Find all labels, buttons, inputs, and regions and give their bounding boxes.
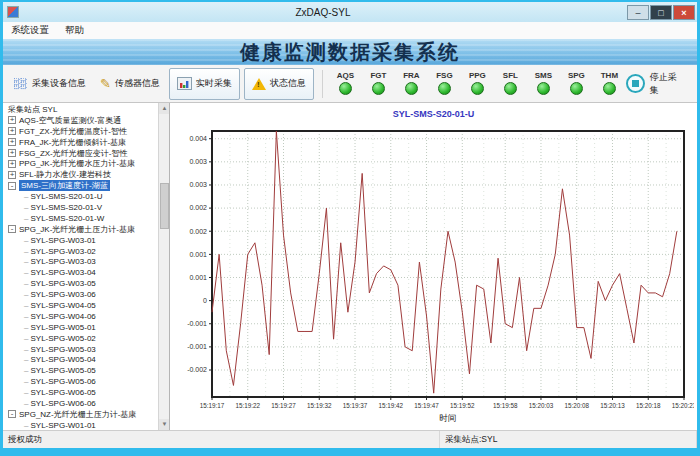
- tree-item[interactable]: +SFL-静力水准仪-建岩科技: [4, 169, 157, 180]
- collapse-minus-icon[interactable]: -: [8, 225, 16, 233]
- stop-capture-button[interactable]: 停止采集: [626, 71, 693, 97]
- tree-item[interactable]: –SYL-SPG-W03-02: [4, 246, 157, 257]
- scroll-up-icon[interactable]: ▲: [159, 103, 170, 114]
- tree-connector: –: [24, 366, 28, 375]
- collapse-minus-icon[interactable]: -: [8, 410, 16, 418]
- svg-text:0.002: 0.002: [189, 228, 207, 235]
- tree-item[interactable]: –SYL-SMS-S20-01-U: [4, 191, 157, 202]
- status-auth-message: 授权成功: [3, 431, 440, 448]
- svg-text:15:19:27: 15:19:27: [271, 402, 296, 409]
- tree-connector: –: [24, 203, 28, 212]
- tree-item[interactable]: +FSG_ZX-光纤光栅应变计-智性: [4, 148, 157, 159]
- window-controls: – □ ×: [627, 5, 695, 20]
- svg-text:15:20:03: 15:20:03: [529, 402, 554, 409]
- tree-item[interactable]: –SYL-SPG-W05-06: [4, 376, 157, 387]
- realtime-chart-icon: [177, 77, 192, 90]
- tree-item[interactable]: +AQS-空气质量监测仪-富奥通: [4, 115, 157, 126]
- expand-plus-icon[interactable]: +: [8, 116, 16, 124]
- tree-item[interactable]: –SYL-SPG-W03-01: [4, 235, 157, 246]
- collect-device-info-button[interactable]: 采集设备信息: [7, 69, 93, 99]
- tree-connector: –: [24, 345, 28, 354]
- tree-item[interactable]: –SYL-SMS-S20-01-V: [4, 202, 157, 213]
- tree-item[interactable]: –SYL-SPG-W03-03: [4, 256, 157, 267]
- scrollbar-thumb[interactable]: [160, 183, 169, 229]
- status-bar: 授权成功 采集站点:SYL: [3, 430, 697, 448]
- indicator-label: SPG: [568, 72, 585, 80]
- realtime-line-chart: 0.0040.0030.0030.0020.0020.0010.0010-0.0…: [170, 123, 694, 429]
- tree-item-label: SYL-SPG-W03-02: [30, 247, 95, 256]
- tree-item[interactable]: –SYL-SPG-W06-05: [4, 387, 157, 398]
- tree-item[interactable]: –SYL-SPG-W05-04: [4, 354, 157, 365]
- status-light-icon: [570, 82, 583, 95]
- indicator-fgt: FGT: [362, 72, 395, 95]
- tree-item[interactable]: –SYL-SPG-W05-05: [4, 365, 157, 376]
- tree-item[interactable]: –SYL-SPG-W05-02: [4, 333, 157, 344]
- minimize-button[interactable]: –: [627, 5, 649, 20]
- realtime-capture-button[interactable]: 实时采集: [169, 68, 240, 100]
- tree-connector: –: [24, 399, 28, 408]
- status-light-icon: [471, 82, 484, 95]
- tree-item-label: SYL-SMS-S20-01-U: [30, 192, 102, 201]
- tree-item[interactable]: +PPG_JK-光纤光栅水压力计-基康: [4, 158, 157, 169]
- expand-plus-icon[interactable]: +: [8, 127, 16, 135]
- expand-plus-icon[interactable]: +: [8, 160, 16, 168]
- tree-item[interactable]: –SYL-SPG-W05-03: [4, 344, 157, 355]
- tree-scrollbar[interactable]: ▲ ▼: [158, 103, 169, 430]
- tree-item[interactable]: +FGT_ZX-光纤光栅温度计-智性: [4, 126, 157, 137]
- indicator-label: THM: [601, 72, 618, 80]
- tree-item[interactable]: –SYL-SPG-W03-06: [4, 289, 157, 300]
- tree-item[interactable]: –SYL-SPG-W05-01: [4, 322, 157, 333]
- tree-connector: –: [24, 334, 28, 343]
- tree-item[interactable]: +FRA_JK-光纤光栅倾斜计-基康: [4, 137, 157, 148]
- indicator-label: FRA: [403, 72, 419, 80]
- toolbar-button-label: 传感器信息: [115, 77, 160, 90]
- indicator-label: FGT: [370, 72, 386, 80]
- tree-connector: –: [24, 421, 28, 429]
- tree-item[interactable]: –SYL-SPG-W04-05: [4, 300, 157, 311]
- tree-item[interactable]: –SYL-SPG-W06-06: [4, 398, 157, 409]
- tree-item-label: SYL-SPG-W06-06: [30, 399, 95, 408]
- tree-item-label: SYL-SPG-W03-06: [30, 290, 95, 299]
- tree-connector: –: [24, 323, 28, 332]
- tree-item[interactable]: -SMS-三向加速度计-湖蓝: [4, 180, 157, 191]
- tree-item[interactable]: –SYL-SPG-W04-06: [4, 311, 157, 322]
- close-button[interactable]: ×: [673, 5, 695, 20]
- menu-item-help[interactable]: 帮助: [57, 22, 92, 39]
- svg-text:15:19:42: 15:19:42: [379, 402, 404, 409]
- tree-item[interactable]: –SYL-SPG-W01-01: [4, 420, 157, 429]
- tree-item[interactable]: 采集站点 SYL: [4, 104, 157, 115]
- tree-item[interactable]: -SPG_NZ-光纤光栅土压力计-基康: [4, 409, 157, 420]
- scroll-down-icon[interactable]: ▼: [159, 419, 170, 430]
- expand-plus-icon[interactable]: +: [8, 138, 16, 146]
- status-station: 采集站点:SYL: [440, 431, 697, 448]
- svg-text:15:19:32: 15:19:32: [307, 402, 332, 409]
- expand-plus-icon[interactable]: +: [8, 149, 16, 157]
- expand-plus-icon[interactable]: +: [8, 171, 16, 179]
- sensor-info-button[interactable]: ✎传感器信息: [93, 69, 167, 99]
- app-window: ZxDAQ-SYL – □ × 系统设置帮助 健康监测数据采集系统 采集设备信息…: [0, 0, 700, 456]
- page-title: 健康监测数据采集系统: [240, 42, 460, 62]
- svg-text:0: 0: [203, 297, 207, 304]
- status-info-button[interactable]: !状态信息: [244, 68, 314, 100]
- app-icon: [7, 6, 19, 18]
- menu-item-system-settings[interactable]: 系统设置: [3, 22, 57, 39]
- device-list-icon: [14, 78, 28, 90]
- tree-item[interactable]: –SYL-SPG-W03-04: [4, 267, 157, 278]
- tree-item[interactable]: -SPG_JK-光纤光栅土压力计-基康: [4, 224, 157, 235]
- tree-item[interactable]: –SYL-SMS-S20-01-W: [4, 213, 157, 224]
- status-light-icon: [504, 82, 517, 95]
- header-banner: 健康监测数据采集系统: [3, 39, 697, 65]
- tree-connector: –: [24, 257, 28, 266]
- svg-text:0.003: 0.003: [189, 181, 207, 188]
- status-light-icon: [405, 82, 418, 95]
- tree-item-label: SPG_JK-光纤光栅土压力计-基康: [19, 224, 135, 235]
- svg-text:15:19:47: 15:19:47: [414, 402, 439, 409]
- tree-item-label: 采集站点 SYL: [8, 104, 57, 115]
- toolbar-button-label: 状态信息: [270, 77, 306, 90]
- indicator-label: SMS: [535, 72, 552, 80]
- indicator-sms: SMS: [527, 72, 560, 95]
- tree-connector: –: [24, 355, 28, 364]
- collapse-minus-icon[interactable]: -: [8, 182, 16, 190]
- maximize-button[interactable]: □: [650, 5, 672, 20]
- tree-item[interactable]: –SYL-SPG-W03-05: [4, 278, 157, 289]
